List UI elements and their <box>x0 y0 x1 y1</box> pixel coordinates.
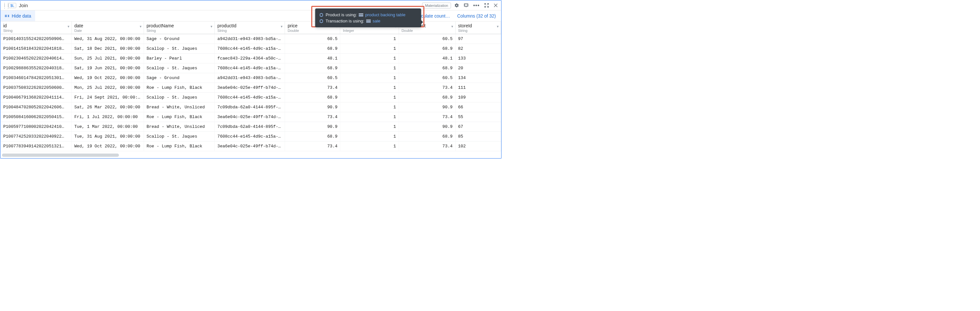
table-row[interactable]: P1003460147842022051301…Wed, 19 Oct 2022… <box>1 73 501 83</box>
cell-storeId: 55 <box>455 112 501 122</box>
cell-storeId: 66 <box>455 102 501 112</box>
cell-saleAmount: 60.5 <box>399 34 455 44</box>
chevron-down-icon[interactable]: ▾ <box>281 24 283 29</box>
chevron-down-icon[interactable]: ▾ <box>497 24 499 29</box>
cell-numberOfItems: 1 <box>340 142 399 151</box>
sl-badge[interactable]: $L <box>8 3 16 8</box>
table-row[interactable]: P1001415818432022041818…Sat, 18 Dec 2021… <box>1 44 501 54</box>
horizontal-scrollbar[interactable] <box>2 153 119 157</box>
table-icon <box>359 13 363 17</box>
cell-date: Sat, 26 Mar 2022, 00:00:00 <box>72 102 144 112</box>
table-row[interactable]: P1005977108002022042410…Tue, 1 Mar 2022,… <box>1 122 501 132</box>
cell-id: P1007742520332022040922… <box>1 132 72 142</box>
cell-id: P1002988863552022040318… <box>1 64 72 73</box>
drag-handle-icon[interactable]: ⋮⋮⋮⋮ <box>3 3 6 8</box>
cell-productId: a942dd31-e943-4983-bd5a-2… <box>215 73 285 83</box>
chevron-down-icon[interactable]: ▾ <box>210 24 213 29</box>
product-backing-table-link[interactable]: product backing table <box>365 12 406 17</box>
chevron-down-icon[interactable]: ▾ <box>451 24 453 29</box>
cell-productId: 7608cc44-e145-4d9c-a15a-9… <box>215 44 285 54</box>
svg-rect-0 <box>359 13 363 14</box>
table-row[interactable]: P1004067913682022041114…Fri, 24 Sept 202… <box>1 93 501 102</box>
table-row[interactable]: P1003750832262022050600…Mon, 25 Jul 2022… <box>1 83 501 93</box>
cell-productName: Scallop - St. Jaques <box>144 93 215 102</box>
join-panel: ⋮⋮⋮⋮ $L Join Materialization ••• Hide da… <box>0 0 502 159</box>
sale-link[interactable]: sale <box>373 19 380 24</box>
cell-date: Fri, 24 Sept 2021, 00:00:… <box>72 93 144 102</box>
table-icon <box>366 19 371 23</box>
materialization-button[interactable]: Materialization <box>422 3 451 8</box>
columns-button[interactable]: Columns (32 of 32) <box>456 13 497 19</box>
cell-price: 68.9 <box>285 93 340 102</box>
cell-price: 73.4 <box>285 112 340 122</box>
column-name: date <box>75 23 141 28</box>
table-row[interactable]: P1007783949142022051321…Wed, 19 Oct 2022… <box>1 142 501 151</box>
cell-price: 73.4 <box>285 142 340 151</box>
cell-numberOfItems: 1 <box>340 112 399 122</box>
column-header-productName[interactable]: productNameString▾ <box>144 21 215 34</box>
cell-storeId: 133 <box>455 54 501 64</box>
column-type: String <box>458 29 498 32</box>
cell-productId: fcaec843-229a-4364-a50c-5… <box>215 54 285 64</box>
cell-productName: Roe - Lump Fish, Black <box>144 142 215 151</box>
column-header-storeId[interactable]: storeIdString▾ <box>455 21 501 34</box>
cell-saleAmount: 68.9 <box>399 132 455 142</box>
more-menu-icon[interactable]: ••• <box>472 4 481 7</box>
column-header-productId[interactable]: productIdString▾ <box>215 21 285 34</box>
tooltip-product-label: Product is using: <box>326 12 357 17</box>
svg-rect-2 <box>366 19 371 21</box>
panel-title: Join <box>19 3 28 8</box>
cell-date: Tue, 31 Aug 2021, 00:00:00 <box>72 132 144 142</box>
expand-icon[interactable] <box>483 2 490 9</box>
cell-saleAmount: 48.1 <box>399 54 455 64</box>
cube-icon <box>319 19 324 24</box>
cell-productId: 3ea6e04c-025e-49ff-b74d-e… <box>215 112 285 122</box>
cell-saleAmount: 60.5 <box>399 73 455 83</box>
cell-price: 73.4 <box>285 83 340 93</box>
svg-rect-1 <box>359 14 363 17</box>
column-header-id[interactable]: idString▾ <box>1 21 72 34</box>
column-header-date[interactable]: dateDate▾ <box>72 21 144 34</box>
table-row[interactable]: P1002304652022022040614…Sun, 25 Jul 2021… <box>1 54 501 64</box>
cell-id: P1007783949142022051321… <box>1 142 72 151</box>
cell-id: P1001415818432022041818… <box>1 44 72 54</box>
data-grid: idString▾dateDate▾productNameString▾prod… <box>1 21 501 151</box>
cell-numberOfItems: 1 <box>340 73 399 83</box>
column-type: String <box>3 29 69 32</box>
cell-productName: Scallop - St. Jaques <box>144 44 215 54</box>
cell-price: 60.5 <box>285 73 340 83</box>
cell-id: P1005977108002022042410… <box>1 122 72 132</box>
column-name: productName <box>146 23 212 28</box>
table-row[interactable]: P1002988863552022040318…Sat, 19 Jun 2021… <box>1 64 501 73</box>
chevron-down-icon[interactable]: ▾ <box>68 24 70 29</box>
table-row[interactable]: P1004847028052022042606…Sat, 26 Mar 2022… <box>1 102 501 112</box>
close-icon[interactable] <box>492 2 499 9</box>
table-row[interactable]: P1007742520332022040922…Tue, 31 Aug 2021… <box>1 132 501 142</box>
cell-numberOfItems: 1 <box>340 132 399 142</box>
present-icon[interactable] <box>462 2 470 9</box>
panel-header: ⋮⋮⋮⋮ $L Join Materialization ••• <box>1 1 501 10</box>
cell-productName: Roe - Lump Fish, Black <box>144 112 215 122</box>
cell-productName: Sage - Ground <box>144 73 215 83</box>
cell-id: P1001403155242022050906… <box>1 34 72 44</box>
column-type: Integer <box>343 29 396 32</box>
cell-price: 90.9 <box>285 102 340 112</box>
cell-storeId: 102 <box>455 142 501 151</box>
cell-productName: Roe - Lump Fish, Black <box>144 83 215 93</box>
cell-storeId: 82 <box>455 44 501 54</box>
gear-icon[interactable] <box>453 2 460 9</box>
cell-storeId: 20 <box>455 64 501 73</box>
table-row[interactable]: P1005084160062022050415…Fri, 1 Jul 2022,… <box>1 112 501 122</box>
column-type: String <box>146 29 212 32</box>
cell-productId: 7c09dbda-62a0-4144-895f-1… <box>215 102 285 112</box>
cell-storeId: 109 <box>455 93 501 102</box>
hide-data-button[interactable]: Hide data <box>1 10 35 21</box>
cell-id: P1004067913682022041114… <box>1 93 72 102</box>
cell-productName: Bread - White, Unsliced <box>144 122 215 132</box>
cell-id: P1003460147842022051301… <box>1 73 72 83</box>
cell-productId: 7c09dbda-62a0-4144-895f-1… <box>215 122 285 132</box>
table-row[interactable]: P1001403155242022050906…Wed, 31 Aug 2022… <box>1 34 501 44</box>
chevron-down-icon[interactable]: ▾ <box>140 24 142 29</box>
cell-numberOfItems: 1 <box>340 102 399 112</box>
hide-data-label: Hide data <box>12 13 31 19</box>
